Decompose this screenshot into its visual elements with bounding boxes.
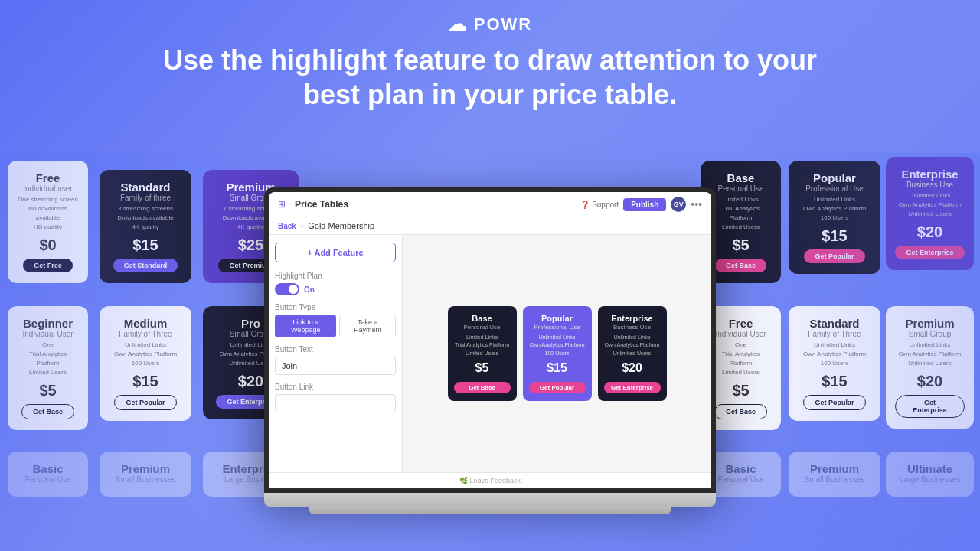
laptop-foot — [309, 507, 671, 514]
button-type-label: Button Type — [275, 303, 396, 311]
get-popular-btn-r[interactable]: Get Popular — [804, 249, 864, 263]
question-icon: ❓ — [580, 201, 590, 209]
app-title: Price Tables — [295, 199, 574, 210]
bg-card-premium-l2: Premium Small Businesses — [100, 452, 191, 497]
button-link-input[interactable] — [275, 394, 396, 412]
bg-card-free: Free Individual user One streaming scree… — [8, 161, 88, 283]
preview-card-enterprise: Enterprise Business Use Unlimited LinksO… — [598, 306, 667, 402]
publish-button[interactable]: Publish — [623, 198, 666, 211]
get-popular-btn-r2[interactable]: Get Popular — [803, 395, 865, 410]
get-enterprise-btn-r2[interactable]: Get Enterprise — [895, 395, 965, 418]
dim-right — [681, 153, 980, 551]
headline: Use the highlight feature to draw attent… — [145, 43, 835, 112]
back-button[interactable]: Back — [278, 222, 296, 230]
support-btn[interactable]: ❓ Support — [580, 201, 619, 209]
highlight-on-label: On — [304, 285, 315, 294]
breadcrumb-bar: Back › Gold Membership — [269, 217, 711, 235]
app-bar: ⊞ Price Tables ❓ Support Publish GV ••• — [269, 192, 711, 217]
highlight-plan-toggle[interactable] — [275, 283, 299, 295]
button-link-label: Button Link — [275, 383, 396, 391]
bg-card-standard-r: Standard Family of Three Unlimited Links… — [789, 306, 880, 421]
bg-card-popular-r: Popular Professional Use Unlimited Links… — [789, 161, 880, 274]
get-base-btn-l[interactable]: Get Base — [21, 404, 74, 419]
app-icon: ⊞ — [278, 199, 286, 210]
logo-text: POWR — [474, 15, 532, 34]
get-standard-btn[interactable]: Get Standard — [113, 259, 178, 272]
bg-card-medium: Medium Family of Three Unlimited LinksOw… — [100, 306, 191, 421]
bg-card-beginner: Beginner Individual User OneTrial Analyt… — [8, 306, 88, 430]
preview-card-popular: Popular Professional Use Unlimited Links… — [523, 306, 592, 402]
user-avatar: GV — [671, 197, 686, 212]
highlight-plan-label: Highlight Plan — [275, 272, 396, 280]
preview-area: Base Personal Use Limited LinksTrial Ana… — [403, 235, 711, 472]
get-enterprise-btn-r[interactable]: Get Enterprise — [895, 246, 964, 259]
bg-card-ultimate-r: Ultimate Large Businesses — [886, 452, 974, 497]
preview-get-popular-btn[interactable]: Get Popular — [529, 382, 586, 393]
bg-card-enterprise-r: Enterprise Business Use Unlimited LinksO… — [886, 157, 974, 270]
more-options-icon[interactable]: ••• — [691, 198, 702, 210]
btn-type-payment[interactable]: Take a Payment — [339, 315, 396, 337]
get-base-btn-r2[interactable]: Get Base — [714, 404, 767, 419]
get-popular-btn-l[interactable]: Get Popular — [114, 395, 176, 410]
breadcrumb-current: Gold Membership — [308, 221, 374, 230]
leave-feedback-link[interactable]: Leave Feedback — [469, 477, 521, 484]
bg-card-premium-r: Premium Small Group Unlimited LinksOwn A… — [886, 306, 974, 429]
get-free-btn[interactable]: Get Free — [23, 259, 73, 272]
bg-card-basic-l: Basic Personal Use — [8, 452, 88, 497]
app-footer: 🌿 Leave Feedback — [269, 472, 711, 488]
laptop-base — [264, 493, 716, 507]
leaf-icon: 🌿 — [459, 477, 468, 484]
button-text-label: Button Text — [275, 345, 396, 354]
btn-type-link[interactable]: Link to a Webpage — [275, 315, 336, 337]
preview-get-base-btn[interactable]: Get Base — [454, 382, 511, 393]
get-base-btn-r[interactable]: Get Base — [715, 259, 766, 272]
add-feature-button[interactable]: + Add Feature — [275, 243, 396, 262]
bg-card-standard: Standard Family of three 3 streaming scr… — [100, 170, 191, 283]
logo: ☁ POWR — [0, 14, 980, 35]
preview-card-base: Base Personal Use Limited LinksTrial Ana… — [448, 306, 517, 402]
preview-get-enterprise-btn[interactable]: Get Enterprise — [604, 382, 661, 393]
bg-card-premium-r2: Premium Small Businesses — [789, 452, 880, 497]
logo-icon: ☁ — [448, 14, 468, 35]
button-text-input[interactable] — [275, 357, 396, 375]
dim-left — [0, 153, 299, 551]
app-sidebar: + Add Feature Highlight Plan On Button T… — [269, 235, 403, 472]
